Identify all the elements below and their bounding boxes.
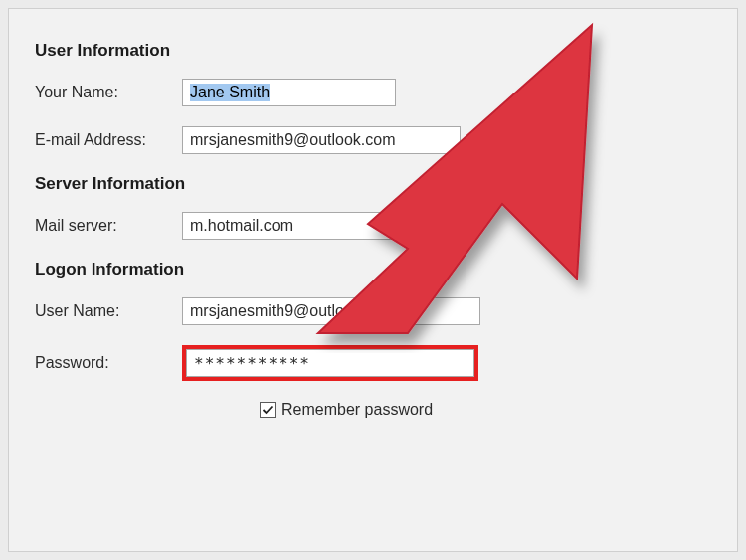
server-info-heading: Server Information [35,174,711,194]
mail-server-row: Mail server: [35,212,711,240]
remember-password-label: Remember password [281,401,433,419]
your-name-label: Your Name: [35,84,182,101]
password-label: Password: [35,354,182,372]
email-label: E-mail Address: [35,131,182,149]
mail-server-input[interactable] [182,212,396,240]
password-input[interactable] [186,349,474,377]
password-row: Password: [35,345,711,381]
username-row: User Name: [35,297,711,325]
mail-server-label: Mail server: [35,217,182,235]
email-row: E-mail Address: [35,126,711,154]
username-input[interactable] [182,297,480,325]
your-name-row: Your Name: Jane Smith [35,79,711,106]
password-highlight-box [182,345,478,381]
account-settings-panel: User Information Your Name: Jane Smith E… [8,8,738,552]
logon-info-heading: Logon Information [35,260,711,280]
remember-password-row: Remember password [260,401,711,419]
remember-password-checkbox[interactable] [260,402,276,418]
your-name-input[interactable]: Jane Smith [182,79,396,106]
email-input[interactable] [182,126,461,154]
username-label: User Name: [35,302,182,320]
your-name-value: Jane Smith [190,84,270,101]
check-icon [262,404,274,416]
user-info-heading: User Information [35,41,711,61]
